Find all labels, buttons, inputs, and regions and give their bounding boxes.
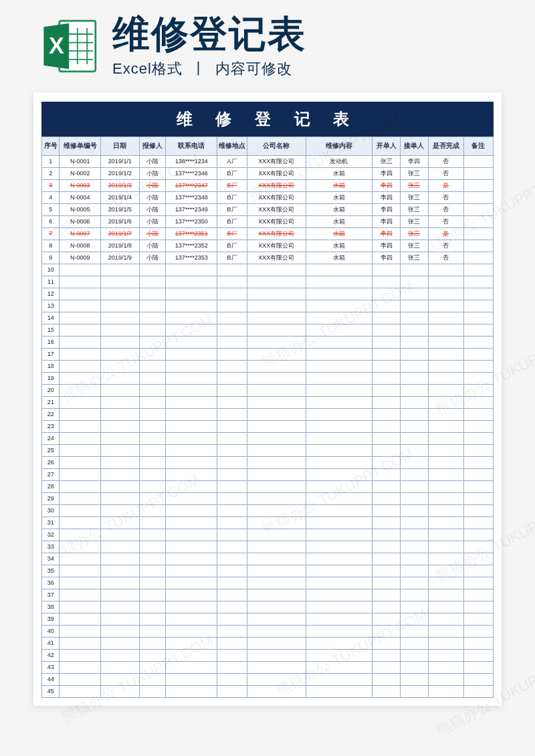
cell-empty	[247, 492, 306, 504]
cell-company: XXX有限公司	[247, 155, 306, 167]
cell-empty	[400, 336, 428, 348]
cell-empty	[463, 480, 493, 492]
cell-empty	[428, 589, 463, 601]
cell-empty	[400, 685, 428, 697]
cell-id: N-0001	[60, 155, 101, 167]
cell-empty	[306, 468, 372, 480]
cell-empty	[463, 444, 493, 456]
cell-empty	[101, 324, 139, 336]
cell-seq: 12	[42, 288, 60, 300]
cell-seq: 41	[42, 637, 60, 649]
cell-empty	[166, 264, 217, 276]
cell-empty	[428, 276, 463, 288]
cell-empty	[306, 625, 372, 637]
cell-empty	[463, 637, 493, 649]
cell-empty	[400, 348, 428, 360]
cell-date: 2019/1/1	[101, 155, 139, 167]
cell-empty	[247, 360, 306, 372]
cell-empty	[60, 625, 101, 637]
cell-seq: 32	[42, 529, 60, 541]
cell-empty	[101, 601, 139, 613]
cell-empty	[463, 613, 493, 625]
cell-empty	[60, 444, 101, 456]
cell-opener: 李四	[372, 179, 401, 191]
cell-note	[463, 191, 493, 203]
cell-empty	[166, 673, 217, 685]
cell-empty	[463, 312, 493, 324]
cell-empty	[463, 276, 493, 288]
cell-empty	[166, 480, 217, 492]
cell-tel: 137****2352	[166, 240, 217, 252]
sheet-title: 维 修 登 记 表	[41, 102, 494, 136]
cell-empty	[372, 553, 401, 565]
cell-empty	[306, 673, 372, 685]
cell-empty	[463, 468, 493, 480]
cell-empty	[139, 348, 166, 360]
cell-seq: 23	[42, 420, 60, 432]
cell-empty	[101, 396, 139, 408]
cell-empty	[139, 589, 166, 601]
cell-reporter: 小陆	[139, 203, 166, 215]
cell-empty	[101, 432, 139, 444]
cell-empty	[166, 312, 217, 324]
table-row-empty: 23	[42, 420, 494, 432]
cell-empty	[60, 685, 101, 697]
cell-receiver: 张三	[400, 215, 428, 227]
cell-empty	[139, 492, 166, 504]
table-row-empty: 15	[42, 324, 494, 336]
cell-empty	[463, 601, 493, 613]
cell-empty	[60, 348, 101, 360]
cell-empty	[372, 456, 401, 468]
cell-empty	[60, 372, 101, 384]
cell-empty	[60, 396, 101, 408]
cell-empty	[463, 300, 493, 312]
cell-empty	[166, 324, 217, 336]
cell-empty	[217, 661, 247, 673]
cell-empty	[60, 565, 101, 577]
cell-empty	[400, 625, 428, 637]
cell-empty	[306, 444, 372, 456]
cell-empty	[139, 625, 166, 637]
cell-empty	[166, 408, 217, 420]
cell-empty	[166, 565, 217, 577]
cell-empty	[400, 637, 428, 649]
cell-empty	[400, 420, 428, 432]
cell-empty	[60, 264, 101, 276]
cell-empty	[217, 324, 247, 336]
cell-done: 否	[428, 240, 463, 252]
col-header: 报修人	[139, 136, 166, 155]
cell-empty	[60, 312, 101, 324]
cell-empty	[400, 673, 428, 685]
cell-empty	[372, 300, 401, 312]
cell-empty	[463, 456, 493, 468]
table-row-empty: 41	[42, 637, 494, 649]
table-row-empty: 22	[42, 408, 494, 420]
table-row-empty: 21	[42, 396, 494, 408]
cell-empty	[247, 601, 306, 613]
table-row-empty: 12	[42, 288, 494, 300]
cell-empty	[428, 396, 463, 408]
cell-empty	[139, 529, 166, 541]
cell-empty	[166, 456, 217, 468]
cell-empty	[247, 685, 306, 697]
cell-empty	[139, 300, 166, 312]
cell-content: 水箱	[306, 203, 372, 215]
cell-note	[463, 227, 493, 240]
cell-company: XXX有限公司	[247, 252, 306, 264]
table-row-empty: 45	[42, 685, 494, 697]
cell-done: 是	[428, 179, 463, 191]
cell-date: 2019/1/4	[101, 191, 139, 203]
table-row-empty: 16	[42, 336, 494, 348]
table-row-empty: 39	[42, 613, 494, 625]
cell-empty	[166, 396, 217, 408]
cell-empty	[247, 348, 306, 360]
cell-empty	[101, 504, 139, 516]
cell-empty	[101, 336, 139, 348]
cell-receiver: 张三	[400, 240, 428, 252]
cell-empty	[166, 504, 217, 516]
cell-empty	[428, 673, 463, 685]
table-row-empty: 32	[42, 529, 494, 541]
cell-empty	[217, 637, 247, 649]
cell-empty	[372, 541, 401, 553]
cell-seq: 31	[42, 516, 60, 529]
